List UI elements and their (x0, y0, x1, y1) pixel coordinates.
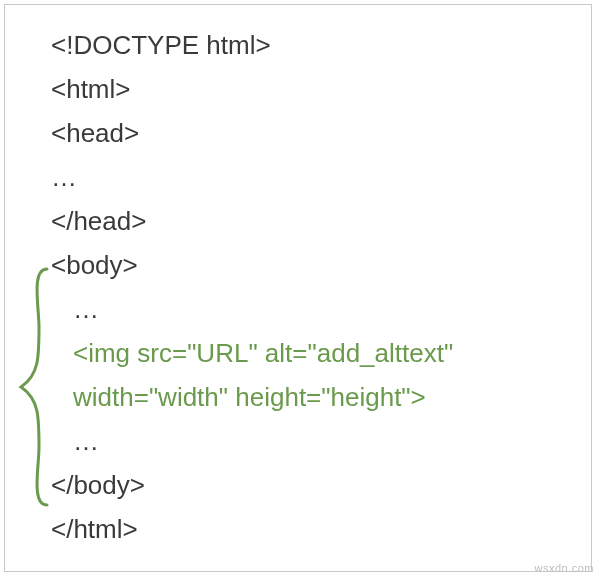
curly-brace-icon (17, 267, 51, 507)
code-line-html-close: </html> (51, 507, 453, 551)
code-sample: <!DOCTYPE html> <html> <head> … </head> … (51, 23, 453, 551)
document-frame: <!DOCTYPE html> <html> <head> … </head> … (4, 4, 592, 572)
code-line-img-2: width="width" height="height"> (51, 375, 453, 419)
code-line-ellipsis-body-2: … (51, 419, 453, 463)
code-line-head-close: </head> (51, 199, 453, 243)
watermark-text: wsxdn.com (534, 562, 594, 574)
code-line-body-close: </body> (51, 463, 453, 507)
code-line-ellipsis-head: … (51, 155, 453, 199)
code-line-img-1: <img src="URL" alt="add_alttext" (51, 331, 453, 375)
code-line-html-open: <html> (51, 67, 453, 111)
code-line-body-open: <body> (51, 243, 453, 287)
code-line-doctype: <!DOCTYPE html> (51, 23, 453, 67)
code-line-head-open: <head> (51, 111, 453, 155)
code-line-ellipsis-body-1: … (51, 287, 453, 331)
